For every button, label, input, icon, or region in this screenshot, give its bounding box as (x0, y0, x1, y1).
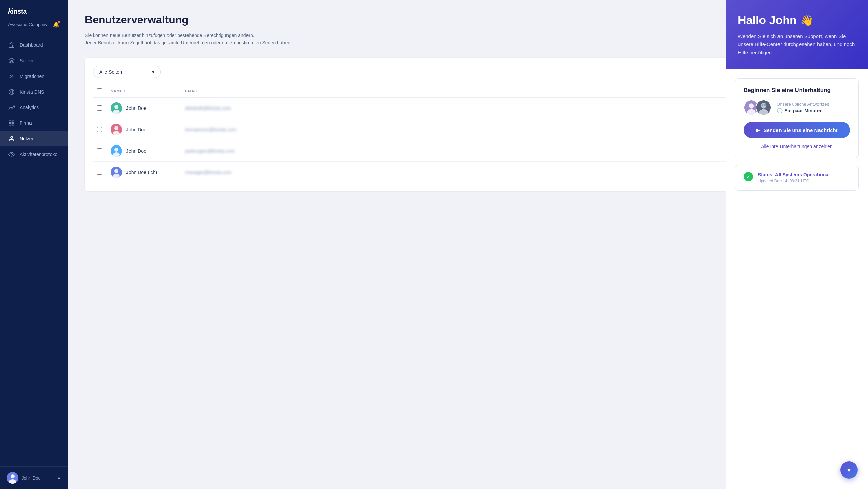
row2-email: tennaemon@kinsta.com (181, 119, 795, 140)
status-updated-text: Updated Dec 14, 08:31 UTC (758, 179, 830, 183)
agent-info: Unsere übliche Antwortzeit 🕐 Ein paar Mi… (777, 102, 829, 113)
row1-email-text: deletedh@kinsta.com (185, 105, 231, 111)
sidebar-user[interactable]: John Doe ▲ (0, 466, 68, 489)
svg-point-7 (11, 136, 13, 138)
nav-menu: Dashboard Seiten Migrationen Kinsta DNS (0, 35, 68, 466)
row1-check (93, 97, 106, 119)
send-message-button[interactable]: ▶ Senden Sie uns eine Nachricht (744, 122, 850, 138)
header-email: EMAIL (181, 85, 795, 98)
response-time-text: Ein paar Minuten (784, 108, 823, 113)
svg-point-26 (747, 109, 756, 115)
svg-point-31 (764, 104, 766, 106)
support-body: Beginnen Sie eine Unterhaltung (726, 69, 868, 489)
home-icon (8, 42, 15, 48)
row2-check (93, 119, 106, 140)
chat-widget: Beginnen Sie eine Unterhaltung (735, 78, 859, 158)
svg-point-8 (11, 154, 13, 155)
svg-rect-4 (12, 121, 14, 122)
svg-rect-6 (9, 124, 11, 125)
layers-icon (8, 57, 15, 64)
sidebar-item-dashboard[interactable]: Dashboard (0, 37, 68, 53)
select-all-checkbox[interactable] (97, 88, 102, 93)
sidebar-item-nutzer[interactable]: Nutzer (0, 131, 68, 146)
view-conversations-link[interactable]: Alle Ihre Unterhaltungen anzeigen (761, 144, 833, 149)
header-check (93, 85, 106, 98)
analytics-label: Analytics (20, 105, 39, 110)
sidebar-item-aktivitaetsprotokoll[interactable]: Aktivitätenprotokoll (0, 146, 68, 162)
row1-avatar (111, 102, 122, 114)
row2-avatar (111, 124, 122, 135)
svg-rect-3 (9, 121, 11, 122)
status-operational-text: Status: All Systems Operational (758, 172, 830, 177)
company-area: Awesome Company 🔔 (0, 19, 68, 35)
agent-avatar-2 (756, 100, 771, 115)
row1-email: deletedh@kinsta.com (181, 97, 795, 119)
row3-checkbox[interactable] (97, 148, 102, 153)
support-header: Hallo John 👋 Wenden Sie sich an unseren … (726, 0, 868, 69)
row4-checkbox[interactable] (97, 170, 102, 175)
greeting-text: Hallo John (738, 14, 797, 27)
svg-marker-0 (9, 58, 14, 61)
sidebar-item-kinsta-dns[interactable]: Kinsta DNS (0, 84, 68, 100)
firma-icon (8, 120, 15, 126)
support-panel: Hallo John 👋 Wenden Sie sich an unseren … (726, 0, 868, 489)
row2-checkbox[interactable] (97, 127, 102, 132)
agent-avatars (744, 100, 771, 115)
nutzer-icon (8, 135, 15, 142)
row1-checkbox[interactable] (97, 105, 102, 111)
svg-point-30 (762, 104, 763, 106)
svg-point-13 (114, 105, 118, 109)
dashboard-label: Dashboard (20, 42, 43, 48)
firma-label: Firma (20, 120, 32, 126)
notification-dot (58, 21, 60, 23)
row1-name-text: John Doe (126, 105, 146, 111)
eye-icon (8, 151, 15, 158)
svg-point-29 (759, 109, 768, 115)
support-greeting: Hallo John 👋 (738, 14, 856, 27)
sidebar-item-analytics[interactable]: Analytics (0, 100, 68, 115)
notification-bell[interactable]: 🔔 (53, 21, 60, 28)
svg-point-28 (761, 103, 766, 108)
wave-emoji: 👋 (800, 14, 814, 27)
row3-check (93, 140, 106, 161)
filter-dropdown[interactable]: Alle Seiten ▾ (93, 66, 161, 78)
row4-email-text: manager@kinsta.com (185, 170, 231, 175)
response-time: 🕐 Ein paar Minuten (777, 108, 829, 113)
row2-name: John Doe (106, 119, 181, 140)
clock-icon: 🕐 (777, 108, 783, 113)
svg-rect-5 (12, 124, 14, 125)
seiten-label: Seiten (20, 58, 33, 63)
kinsta-logo: kinsta (8, 7, 60, 15)
sort-arrow-name: ↑ (124, 89, 126, 93)
sidebar-item-migrationen[interactable]: Migrationen (0, 69, 68, 84)
row3-email-text: parkcugen@kinsta.com (185, 148, 235, 154)
company-name: Awesome Company (8, 22, 47, 27)
collapse-chat-button[interactable]: ▾ (840, 461, 858, 479)
send-button-label: Senden Sie uns eine Nachricht (763, 127, 837, 133)
send-icon: ▶ (756, 127, 760, 133)
row3-avatar (111, 145, 122, 157)
logo-area: kinsta (0, 0, 68, 19)
row4-name-text: John Doe (ich) (126, 170, 157, 175)
row4-avatar (111, 167, 122, 178)
sidebar-item-firma[interactable]: Firma (0, 115, 68, 131)
svg-point-10 (11, 474, 15, 478)
sidebar-username: John Doe (22, 475, 54, 481)
chevron-down-icon: ▾ (847, 466, 851, 474)
sidebar-item-seiten[interactable]: Seiten (0, 53, 68, 69)
migration-icon (8, 73, 15, 80)
status-info: Status: All Systems Operational Updated … (758, 172, 830, 183)
row4-email: manager@kinsta.com (181, 161, 795, 183)
status-ok-icon: ✓ (744, 172, 753, 181)
analytics-icon (8, 104, 15, 111)
migrationen-label: Migrationen (20, 74, 44, 79)
row2-name-text: John Doe (126, 127, 146, 132)
row4-check (93, 161, 106, 183)
chevron-up-icon: ▲ (57, 475, 61, 480)
header-name[interactable]: NAME↑ (106, 85, 181, 98)
status-card: ✓ Status: All Systems Operational Update… (735, 165, 859, 191)
svg-point-22 (114, 169, 118, 173)
kinsta-dns-label: Kinsta DNS (20, 89, 44, 95)
dns-icon (8, 89, 15, 95)
filter-label: Alle Seiten (99, 69, 122, 75)
